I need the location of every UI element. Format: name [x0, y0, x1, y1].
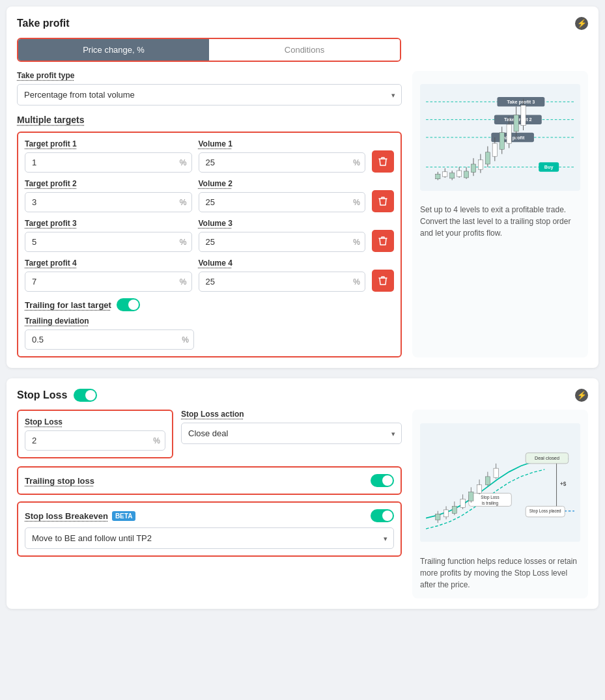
stop-loss-input[interactable] [25, 430, 165, 451]
svg-text:is trailing: is trailing [482, 501, 499, 506]
breakeven-select[interactable]: Move to BE and follow until TP2 [25, 527, 394, 549]
volume-1-unit: % [353, 158, 360, 167]
volume-3-input-wrapper: % [199, 232, 366, 252]
svg-rect-36 [457, 171, 461, 176]
target-profit-1-unit: % [180, 158, 187, 167]
svg-rect-18 [485, 152, 490, 164]
trailing-stop-loss-box: Trailing stop loss [17, 466, 402, 495]
take-profit-section: Take profit ⚡ Price change, % Conditions… [7, 7, 598, 368]
trailing-stop-loss-toggle[interactable] [371, 474, 394, 487]
target-profit-3-field: Target profit 3 % [25, 219, 192, 252]
trailing-stop-loss-label: Trailing stop loss [25, 476, 94, 486]
stop-loss-breakeven-box: Stop loss Breakeven BETA Move to BE and … [17, 501, 402, 557]
volume-4-unit: % [353, 277, 360, 287]
volume-2-input[interactable] [199, 192, 366, 212]
svg-rect-22 [499, 133, 504, 150]
take-profit-body: Take profit type Percentage from total v… [17, 71, 588, 357]
take-profit-chart-svg: Take profit 3 Take profit 2 Take profit … [420, 79, 580, 196]
target-row-4: Target profit 4 % Volume 4 % [25, 259, 394, 292]
target-row-3: Target profit 3 % Volume 3 % [25, 219, 394, 252]
trailing-last-target-toggle[interactable] [117, 298, 140, 311]
trailing-deviation-label: Trailing deviation [25, 316, 394, 326]
volume-2-unit: % [353, 198, 360, 207]
delete-target-2-button[interactable] [372, 190, 394, 212]
stop-loss-input-wrapper: % [25, 430, 165, 451]
volume-3-input[interactable] [199, 232, 366, 252]
stop-loss-action-label: Stop Loss action [181, 410, 402, 419]
target-row-2: Target profit 2 % Volume 2 % [25, 179, 394, 212]
target-profit-2-unit: % [180, 198, 187, 207]
target-row-1: Target profit 1 % Volume 1 % [25, 139, 394, 173]
breakeven-toggle[interactable] [371, 509, 394, 522]
stop-loss-info-icon[interactable]: ⚡ [575, 389, 588, 402]
svg-rect-57 [460, 499, 465, 508]
volume-2-input-wrapper: % [199, 192, 366, 212]
breakeven-select-wrapper: Move to BE and follow until TP2 ▾ [25, 527, 394, 549]
stop-loss-header: Stop Loss ⚡ [17, 389, 588, 402]
svg-text:Stop Loss placed: Stop Loss placed [529, 509, 561, 514]
multiple-targets-label: Multiple targets [17, 115, 402, 125]
svg-rect-59 [469, 492, 473, 501]
svg-text:Stop Loss: Stop Loss [481, 496, 499, 501]
target-profit-2-input-wrapper: % [25, 192, 192, 212]
volume-4-input-wrapper: % [199, 272, 366, 292]
tab-price-change[interactable]: Price change, % [18, 39, 209, 61]
target-profit-2-input[interactable] [25, 192, 192, 212]
svg-rect-51 [436, 514, 440, 520]
target-profit-4-label: Target profit 4 [25, 259, 192, 268]
volume-1-input[interactable] [199, 152, 366, 173]
svg-rect-55 [452, 506, 457, 513]
svg-rect-32 [443, 172, 447, 176]
stop-loss-action-select[interactable]: Close deal Stop Bot [181, 423, 402, 444]
take-profit-chart-panel: Take profit 3 Take profit 2 Take profit … [412, 71, 588, 357]
volume-1-label: Volume 1 [199, 139, 366, 148]
target-profit-1-input[interactable] [25, 152, 192, 173]
volume-1-input-wrapper: % [199, 152, 366, 173]
target-profit-2-field: Target profit 2 % [25, 179, 192, 212]
trailing-deviation-input[interactable] [25, 329, 194, 350]
trailing-deviation-unit: % [182, 335, 189, 344]
svg-rect-65 [494, 468, 498, 478]
trash-icon-2 [378, 196, 387, 206]
take-profit-chart-desc: Set up to 4 levels to exit a profitable … [420, 204, 580, 239]
delete-target-4-button[interactable] [372, 270, 394, 292]
target-profit-3-unit: % [180, 238, 187, 247]
delete-target-1-button[interactable] [372, 150, 394, 173]
target-profit-3-label: Target profit 3 [25, 219, 192, 228]
take-profit-title: Take profit [17, 18, 70, 29]
take-profit-left-panel: Take profit type Percentage from total v… [17, 71, 402, 357]
trailing-deviation-section: Trailing deviation % [25, 316, 394, 350]
trailing-last-target-label: Trailing for last target [25, 300, 111, 310]
take-profit-chart: Take profit 3 Take profit 2 Take profit … [420, 79, 580, 196]
volume-4-input[interactable] [199, 272, 366, 292]
stop-loss-body: Stop Loss % Stop Loss action Close deal … [17, 410, 588, 598]
volume-3-field: Volume 3 % [199, 219, 366, 252]
take-profit-info-icon[interactable]: ⚡ [575, 17, 588, 30]
sl-inputs-area: Stop Loss % Stop Loss action Close deal … [17, 410, 402, 458]
breakeven-label: Stop loss Breakeven [25, 511, 108, 521]
stop-loss-action-box: Stop Loss action Close deal Stop Bot ▾ [181, 410, 402, 458]
svg-rect-34 [450, 173, 455, 178]
stop-loss-left-panel: Stop Loss % Stop Loss action Close deal … [17, 410, 402, 598]
target-profit-1-input-wrapper: % [25, 152, 192, 173]
target-profit-3-input-wrapper: % [25, 232, 192, 252]
trash-icon-3 [378, 236, 387, 246]
delete-target-3-button[interactable] [372, 230, 394, 252]
stop-loss-main-toggle[interactable] [74, 389, 97, 402]
svg-rect-14 [471, 164, 475, 173]
take-profit-type-select[interactable]: Percentage from total volume [17, 84, 402, 105]
target-profit-1-field: Target profit 1 % [25, 139, 192, 173]
take-profit-type-label: Take profit type [17, 71, 402, 80]
take-profit-type-field: Take profit type Percentage from total v… [17, 71, 402, 105]
beta-badge: BETA [112, 511, 135, 521]
target-profit-1-label: Target profit 1 [25, 139, 192, 148]
trailing-deviation-input-wrapper: % [25, 329, 194, 350]
target-profit-3-input[interactable] [25, 232, 192, 252]
take-profit-header: Take profit ⚡ [17, 17, 588, 30]
svg-rect-20 [492, 143, 497, 156]
take-profit-tab-switcher: Price change, % Conditions [17, 38, 401, 62]
target-profit-4-input[interactable] [25, 272, 192, 292]
tab-conditions[interactable]: Conditions [209, 39, 400, 61]
target-profit-4-field: Target profit 4 % [25, 259, 192, 292]
svg-text:+$: +$ [560, 481, 567, 487]
